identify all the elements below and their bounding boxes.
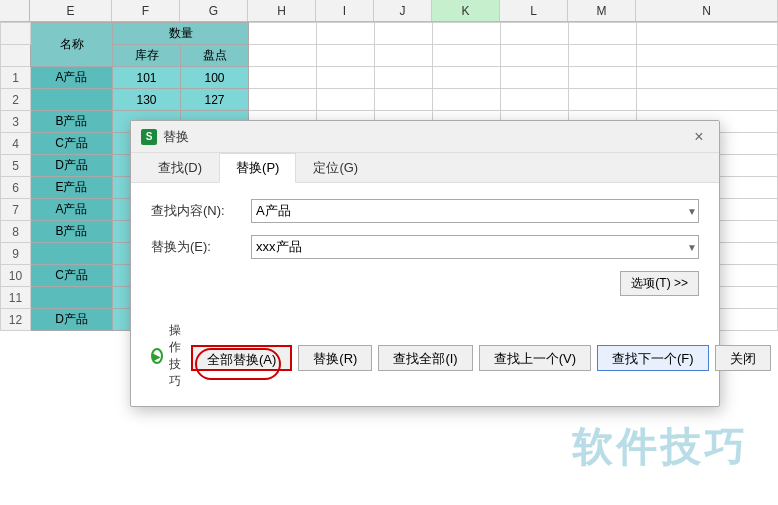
replace-row: 替换为(E): ▼ — [151, 235, 699, 259]
find-prev-button[interactable]: 查找上一个(V) — [479, 345, 591, 371]
col-header-k: K — [432, 0, 500, 21]
replace-label: 替换为(E): — [151, 238, 251, 256]
find-all-button[interactable]: 查找全部(I) — [378, 345, 472, 371]
replace-dialog: S 替换 × 查找(D) 替换(P) 定位(G) 查找内容(N): ▼ 替换为(… — [130, 120, 720, 407]
col-header-i: I — [316, 0, 374, 21]
dialog-title-text: 替换 — [163, 128, 189, 146]
cell-e-名称: 名称 — [31, 23, 113, 67]
col-header-h: H — [248, 0, 316, 21]
find-row: 查找内容(N): ▼ — [151, 199, 699, 223]
close-dialog-button[interactable]: 关闭 — [715, 345, 771, 371]
dialog-close-button[interactable]: × — [689, 127, 709, 147]
status-area: ▶ 操作技巧 — [151, 322, 185, 394]
row-num-corner — [0, 0, 30, 21]
table-row: 2 130 127 — [1, 89, 778, 111]
tab-find[interactable]: 查找(D) — [141, 153, 219, 183]
dialog-app-icon: S — [141, 129, 157, 145]
cell-f-数量: 数量 — [113, 23, 249, 45]
replace-all-button[interactable]: 全部替换(A) — [191, 345, 292, 371]
col-header-g: G — [180, 0, 248, 21]
find-input-wrap: ▼ — [251, 199, 699, 223]
find-label: 查找内容(N): — [151, 202, 251, 220]
dialog-titlebar: S 替换 × — [131, 121, 719, 153]
status-text: 操作技巧 — [169, 322, 185, 390]
table-row: 名称 数量 — [1, 23, 778, 45]
replace-input-wrap: ▼ — [251, 235, 699, 259]
dialog-buttons: ▶ 操作技巧 全部替换(A) 替换(R) 查找全部(I) 查找上一个(V) 查找… — [131, 314, 719, 406]
col-header-n: N — [636, 0, 778, 21]
tab-goto[interactable]: 定位(G) — [296, 153, 375, 183]
options-row: 选项(T) >> — [151, 271, 699, 296]
status-icon: ▶ — [151, 348, 163, 364]
col-header-j: J — [374, 0, 432, 21]
col-header-l: L — [500, 0, 568, 21]
dialog-tabs: 查找(D) 替换(P) 定位(G) — [131, 153, 719, 183]
replace-input[interactable] — [251, 235, 699, 259]
find-next-button[interactable]: 查找下一个(F) — [597, 345, 709, 371]
col-header-e: E — [30, 0, 112, 21]
tab-replace[interactable]: 替换(P) — [219, 153, 296, 183]
dialog-body: 查找内容(N): ▼ 替换为(E): ▼ 选项(T) >> — [131, 183, 719, 314]
dialog-titlebar-left: S 替换 — [141, 128, 189, 146]
table-row: 1 A产品 101 100 — [1, 67, 778, 89]
options-button[interactable]: 选项(T) >> — [620, 271, 699, 296]
col-header-f: F — [112, 0, 180, 21]
replace-button[interactable]: 替换(R) — [298, 345, 372, 371]
find-input[interactable] — [251, 199, 699, 223]
col-header-m: M — [568, 0, 636, 21]
table-row: 库存 盘点 — [1, 45, 778, 67]
